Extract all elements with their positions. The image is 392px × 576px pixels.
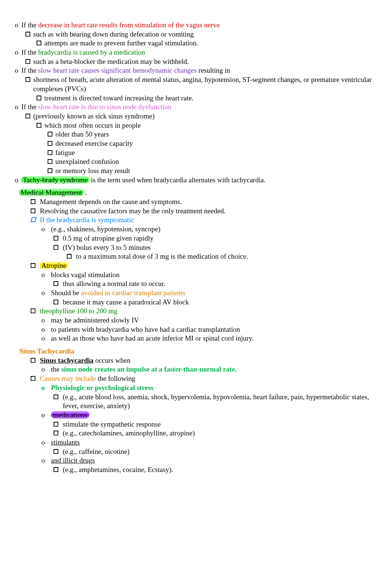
bullet-icon: 🞏 bbox=[25, 75, 33, 83]
text: If the bbox=[21, 103, 38, 111]
bullet-o: o bbox=[41, 438, 51, 447]
bullet-icon: 🞏 bbox=[53, 429, 63, 437]
text: (e.g., acute blood loss, anemia, shock, … bbox=[63, 393, 377, 411]
highlighted-text: Atropine bbox=[40, 262, 68, 269]
text: older than 50 years bbox=[55, 130, 377, 139]
list-item: o may be administered slowly IV bbox=[15, 316, 377, 325]
list-item: 🞏 because it may cause a paradoxical AV … bbox=[15, 298, 377, 307]
text: If the bbox=[21, 48, 38, 56]
bullet-icon: 🞏 bbox=[53, 279, 63, 287]
bullet-icon: 🞏 bbox=[36, 121, 44, 129]
bullet-icon: 🞏 bbox=[47, 130, 55, 138]
text: blocks vagal stimulation bbox=[51, 270, 377, 280]
bullet-icon: 🞏 bbox=[30, 307, 40, 315]
condition-list: o If the decrease in heart rate results … bbox=[15, 21, 377, 184]
bullet-o: o bbox=[41, 225, 51, 234]
bullet-icon: 🞏 bbox=[53, 447, 63, 455]
list-item: 🞏 attempts are made to prevent further v… bbox=[15, 39, 377, 48]
list-item: 🞏 Management depends on the cause and sy… bbox=[15, 197, 377, 207]
list-item: 🞏 fatigue bbox=[15, 148, 377, 158]
text: . bbox=[83, 189, 87, 196]
section-heading: Medical Management bbox=[19, 189, 83, 196]
bullet-icon: 🞏 bbox=[47, 148, 55, 156]
text: or memory loss may result bbox=[55, 166, 377, 176]
text: stimulate the sympathetic response bbox=[63, 420, 377, 429]
list-item: o blocks vagal stimulation bbox=[15, 270, 377, 280]
highlighted-text: Tachy-brady syndrome bbox=[21, 176, 89, 184]
bullet-o: o bbox=[41, 325, 51, 334]
list-item: o to patients with bradycardia who have … bbox=[15, 325, 377, 334]
list-item: 🞏 unexplained confusion bbox=[15, 157, 377, 166]
text: If the bbox=[21, 21, 38, 29]
section-heading-row: Medical Management . bbox=[15, 188, 377, 197]
list-item: 🞏 thus allowing a normal rate to occur. bbox=[15, 279, 377, 289]
list-item: 🞏 (e.g., caffeine, nicotine) bbox=[15, 447, 377, 456]
bullet-icon: 🞏 bbox=[25, 30, 33, 38]
list-item: 🞏 (e.g., acute blood loss, anemia, shock… bbox=[15, 393, 377, 411]
list-item: 🞏 decreased exercise capacity bbox=[15, 139, 377, 148]
list-item: 🞏 older than 50 years bbox=[15, 130, 377, 139]
text: theophylline 100 to 200 mg bbox=[40, 307, 377, 316]
text: Causes may include bbox=[40, 375, 98, 382]
list-item: 🞏 such as a beta-blocker the medication … bbox=[15, 57, 377, 66]
bullet-icon: 🞏 bbox=[53, 420, 63, 428]
text: Sinus tachycardia bbox=[40, 356, 93, 364]
list-item: 🞏 which most often occurs in people bbox=[15, 121, 377, 130]
text: because it may cause a paradoxical AV bl… bbox=[63, 298, 377, 307]
text: stimulants bbox=[51, 438, 377, 447]
highlighted-text: slow heart rate is due to sinus node dys… bbox=[38, 103, 171, 111]
text: treatment is directed toward increasing … bbox=[44, 94, 377, 103]
bullet-o: o bbox=[41, 383, 51, 393]
bullet-icon: 🞏 bbox=[30, 374, 40, 382]
text: Should be bbox=[51, 289, 81, 297]
list-item: 🞏 Sinus tachycardia occurs when bbox=[15, 356, 377, 365]
section-heading: Sinus Tachycardia bbox=[19, 347, 74, 355]
list-item: o stimulants bbox=[15, 438, 377, 447]
text: (e.g., amphetamines, cocaine, Ecstasy). bbox=[63, 465, 377, 475]
text: to patients with bradycardia who have ha… bbox=[51, 325, 377, 334]
text: Resolving the causative factors may be t… bbox=[40, 207, 377, 216]
medical-management-section: Medical Management . 🞏 Management depend… bbox=[15, 188, 377, 343]
section-heading-row: Sinus Tachycardia bbox=[15, 347, 377, 356]
text: and illicit drugs bbox=[51, 456, 377, 465]
bullet-o: o bbox=[15, 21, 21, 30]
list-item: 🞏 Atropine bbox=[15, 261, 377, 270]
bullet-icon: 🞏 bbox=[30, 261, 40, 269]
list-item: o Physiologic or psychological stress bbox=[15, 383, 377, 393]
text: If the bradycardia is symptomatic bbox=[40, 215, 377, 225]
text: thus allowing a normal rate to occur. bbox=[63, 279, 377, 289]
text: Physiologic or psychological stress bbox=[51, 383, 377, 393]
list-item: 🞏 (IV) bolus every 3 to 5 minutes bbox=[15, 243, 377, 252]
text: may be administered slowly IV bbox=[51, 316, 377, 325]
highlighted-text: sinus node creates an impulse at a faste… bbox=[61, 365, 237, 373]
list-item: 🞏 treatment is directed toward increasin… bbox=[15, 94, 377, 103]
bullet-o: o bbox=[41, 365, 51, 374]
list-item: 🞏 stimulate the sympathetic response bbox=[15, 420, 377, 429]
list-item: 🞏 0.5 mg of atropine given rapidly bbox=[15, 234, 377, 243]
list-item: 🞏 theophylline 100 to 200 mg bbox=[15, 307, 377, 316]
highlighted-text: bradycardia is caused by a medication bbox=[38, 48, 145, 56]
bullet-o: o bbox=[41, 316, 51, 325]
sinus-tachycardia-section: Sinus Tachycardia 🞏 Sinus tachycardia oc… bbox=[15, 347, 377, 475]
highlighted-text: medications bbox=[51, 411, 89, 419]
list-item: 🞏 such as with bearing down during defec… bbox=[15, 30, 377, 39]
text: (e.g., shakiness, hypotension, syncope) bbox=[51, 225, 377, 234]
list-item: o If the bradycardia is caused by a medi… bbox=[15, 48, 377, 57]
list-item: o Tachy-brady syndrome is the term used … bbox=[15, 176, 377, 185]
bullet-icon: 🞏 bbox=[53, 243, 63, 251]
warning-text: avoided in cardiac transplant patients bbox=[81, 289, 185, 297]
list-item: o If the slow heart rate causes signific… bbox=[15, 66, 377, 75]
list-item: o If the decrease in heart rate results … bbox=[15, 21, 377, 30]
text: occurs when bbox=[93, 356, 130, 364]
text: 0.5 mg of atropine given rapidly bbox=[63, 234, 377, 243]
bullet-icon: 🞏 bbox=[30, 215, 40, 224]
bullet-o: o bbox=[15, 66, 21, 75]
text: decreased exercise capacity bbox=[55, 139, 377, 148]
bullet-icon: 🞏 bbox=[25, 112, 33, 120]
bullet-o: o bbox=[15, 176, 21, 185]
text: fatigue bbox=[55, 148, 377, 158]
text: If the bbox=[21, 66, 38, 74]
text: resulting in bbox=[197, 66, 230, 74]
text: the following bbox=[98, 375, 135, 382]
text: (e.g., catecholamines, aminophylline, at… bbox=[63, 429, 377, 438]
